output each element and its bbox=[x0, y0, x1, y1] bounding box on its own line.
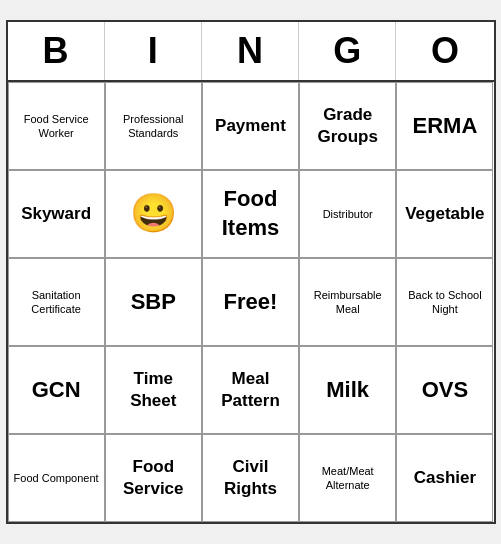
bingo-cell-17: Meal Pattern bbox=[202, 346, 299, 434]
bingo-cell-21: Food Service bbox=[105, 434, 202, 522]
bingo-cell-12: Free! bbox=[202, 258, 299, 346]
bingo-cell-0: Food Service Worker bbox=[8, 82, 105, 170]
bingo-cell-6: 😀 bbox=[105, 170, 202, 258]
bingo-cell-19: OVS bbox=[396, 346, 493, 434]
bingo-letter-i: I bbox=[105, 22, 202, 80]
bingo-cell-14: Back to School Night bbox=[396, 258, 493, 346]
bingo-cell-24: Cashier bbox=[396, 434, 493, 522]
bingo-cell-20: Food Component bbox=[8, 434, 105, 522]
bingo-cell-5: Skyward bbox=[8, 170, 105, 258]
bingo-cell-10: Sanitation Certificate bbox=[8, 258, 105, 346]
bingo-header: BINGO bbox=[8, 22, 494, 82]
bingo-cell-1: Professional Standards bbox=[105, 82, 202, 170]
bingo-cell-7: Food Items bbox=[202, 170, 299, 258]
bingo-letter-n: N bbox=[202, 22, 299, 80]
bingo-card: BINGO Food Service WorkerProfessional St… bbox=[6, 20, 496, 524]
bingo-cell-11: SBP bbox=[105, 258, 202, 346]
bingo-letter-g: G bbox=[299, 22, 396, 80]
bingo-grid: Food Service WorkerProfessional Standard… bbox=[8, 82, 494, 522]
bingo-cell-4: ERMA bbox=[396, 82, 493, 170]
bingo-letter-b: B bbox=[8, 22, 105, 80]
bingo-cell-3: Grade Groups bbox=[299, 82, 396, 170]
bingo-cell-2: Payment bbox=[202, 82, 299, 170]
bingo-cell-15: GCN bbox=[8, 346, 105, 434]
bingo-cell-8: Distributor bbox=[299, 170, 396, 258]
bingo-cell-9: Vegetable bbox=[396, 170, 493, 258]
bingo-cell-16: Time Sheet bbox=[105, 346, 202, 434]
bingo-cell-23: Meat/Meat Alternate bbox=[299, 434, 396, 522]
bingo-cell-22: Civil Rights bbox=[202, 434, 299, 522]
bingo-cell-18: Milk bbox=[299, 346, 396, 434]
bingo-letter-o: O bbox=[396, 22, 493, 80]
bingo-cell-13: Reimbursable Meal bbox=[299, 258, 396, 346]
